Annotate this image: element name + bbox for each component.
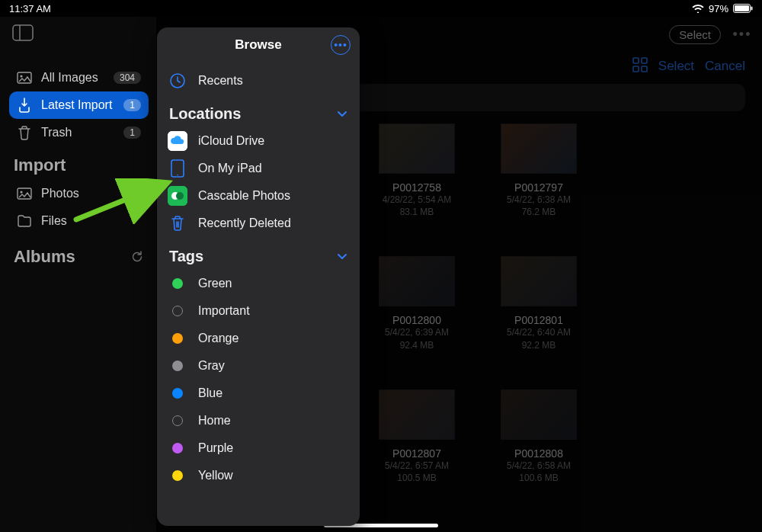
sidebar-item-all-images[interactable]: All Images 304 <box>9 64 149 91</box>
photo-name: P0012797 <box>514 181 563 194</box>
popover-tag-gray[interactable]: Gray <box>168 352 349 380</box>
sidebar-item-import-photos[interactable]: Photos <box>9 180 149 207</box>
popover-title: Browse <box>235 37 281 53</box>
photo-size: 92.2 MB <box>522 339 556 351</box>
popover-row-label: Recently Deleted <box>198 216 291 230</box>
photo-name: P0012800 <box>392 314 441 326</box>
popover-tag-orange[interactable]: Orange <box>168 325 349 352</box>
photo-item[interactable]: P0012800 5/4/22, 6:39 AM 92.4 MB <box>367 256 466 351</box>
sidebar-item-import-files[interactable]: Files <box>9 207 149 235</box>
svg-rect-12 <box>642 66 647 72</box>
photo-name: P0012808 <box>514 447 563 460</box>
sidebar-item-badge: 1 <box>123 99 141 111</box>
trash-icon <box>168 213 187 233</box>
popover-section-tags: Tags <box>169 248 203 265</box>
svg-point-6 <box>20 75 22 77</box>
tag-dot-icon <box>168 274 187 293</box>
popover-row-label: Blue <box>198 386 223 400</box>
photo-meta: 5/4/22, 6:39 AM <box>385 326 449 338</box>
photo-item[interactable]: P0012807 5/4/22, 6:57 AM 100.5 MB <box>367 389 466 484</box>
svg-rect-1 <box>735 5 749 11</box>
chevron-down-icon[interactable] <box>337 107 347 121</box>
popover-more-button[interactable]: ••• <box>331 35 351 55</box>
svg-rect-15 <box>171 160 184 177</box>
popover-tag-blue[interactable]: Blue <box>168 380 349 407</box>
wifi-icon <box>692 4 704 13</box>
svg-rect-3 <box>13 25 33 40</box>
photo-thumbnail <box>379 256 455 306</box>
photo-thumbnail <box>501 256 577 306</box>
tag-dot-icon <box>168 301 187 321</box>
status-battery-pct: 97% <box>709 3 728 14</box>
ipad-icon <box>168 159 187 178</box>
refresh-icon[interactable] <box>130 250 144 264</box>
photo-item[interactable]: P0012797 5/4/22, 6:38 AM 76.2 MB <box>489 123 588 218</box>
popover-row-label: Gray <box>198 359 225 373</box>
tag-dot-icon <box>168 356 187 376</box>
popover-row-label: Important <box>198 304 250 318</box>
photo-item[interactable]: P0012801 5/4/22, 6:40 AM 92.2 MB <box>489 256 588 351</box>
sidebar-item-label: Files <box>41 214 67 228</box>
popover-tag-yellow[interactable]: Yellow <box>168 462 349 489</box>
popover-row-label: Cascable Photos <box>198 189 290 203</box>
svg-rect-2 <box>751 7 753 11</box>
photo-thumbnail <box>379 389 455 440</box>
battery-icon <box>733 4 753 13</box>
popover-recents[interactable]: Recents <box>168 67 349 95</box>
popover-location-recently-deleted[interactable]: Recently Deleted <box>168 210 349 237</box>
popover-row-label: Yellow <box>198 469 233 482</box>
tag-dot-icon <box>168 328 187 348</box>
photo-thumbnail <box>501 123 577 174</box>
photo-size: 83.1 MB <box>400 206 434 218</box>
tag-dot-icon <box>168 466 187 486</box>
chevron-down-icon[interactable] <box>337 250 347 264</box>
popover-tag-important[interactable]: Important <box>168 297 349 325</box>
svg-rect-10 <box>642 58 647 63</box>
svg-rect-9 <box>633 58 639 63</box>
popover-row-label: Home <box>198 414 231 428</box>
more-button[interactable]: ••• <box>732 27 753 43</box>
sidebar-toggle-button[interactable] <box>12 24 34 41</box>
photo-size: 92.4 MB <box>400 339 434 351</box>
status-bar: 11:37 AM 97% <box>0 0 762 17</box>
browse-popover: Browse ••• Recents Locations iCloud Driv… <box>157 27 360 526</box>
popover-row-label: Recents <box>198 74 243 88</box>
status-time: 11:37 AM <box>9 3 51 14</box>
popover-location-ipad[interactable]: On My iPad <box>168 155 349 182</box>
popover-section-locations: Locations <box>169 105 241 123</box>
sidebar-item-trash[interactable]: Trash 1 <box>9 119 149 146</box>
popover-row-label: Purple <box>198 441 233 455</box>
svg-point-8 <box>20 191 22 193</box>
popover-location-cascable[interactable]: Cascable Photos <box>168 182 349 210</box>
popover-tag-home[interactable]: Home <box>168 407 349 434</box>
sidebar-item-latest-import[interactable]: Latest Import 1 <box>9 91 149 119</box>
sidebar-item-label: Photos <box>41 187 79 200</box>
photo-name: P0012758 <box>392 181 441 194</box>
popover-row-label: Green <box>198 277 232 290</box>
popover-row-label: Orange <box>198 332 239 345</box>
photo-meta: 5/4/22, 6:40 AM <box>507 326 571 338</box>
popover-tag-purple[interactable]: Purple <box>168 434 349 462</box>
icloud-icon <box>168 131 187 151</box>
import-icon <box>17 98 32 113</box>
photo-size: 76.2 MB <box>522 206 556 218</box>
app-sidebar: All Images 304 Latest Import 1 Trash 1 I… <box>0 17 156 532</box>
photo-item[interactable]: P0012758 4/28/22, 5:54 AM 83.1 MB <box>367 123 466 218</box>
photo-item[interactable]: P0012808 5/4/22, 6:58 AM 100.6 MB <box>489 389 588 484</box>
popover-row-label: On My iPad <box>198 162 262 175</box>
popover-location-icloud[interactable]: iCloud Drive <box>168 127 349 155</box>
popover-tag-green[interactable]: Green <box>168 270 349 297</box>
tag-dot-icon <box>168 383 187 403</box>
cancel-action[interactable]: Cancel <box>705 59 745 74</box>
photo-name: P0012801 <box>514 314 563 326</box>
svg-point-19 <box>176 192 184 200</box>
photos-icon <box>17 186 32 201</box>
photo-name: P0012807 <box>392 447 441 460</box>
sidebar-item-label: All Images <box>41 71 98 85</box>
photo-meta: 5/4/22, 6:58 AM <box>507 460 571 472</box>
select-action[interactable]: Select <box>658 59 694 74</box>
grid-view-icon[interactable] <box>632 57 648 75</box>
tag-dot-icon <box>168 411 187 431</box>
photo-size: 100.5 MB <box>397 472 436 484</box>
select-button[interactable]: Select <box>669 25 721 44</box>
